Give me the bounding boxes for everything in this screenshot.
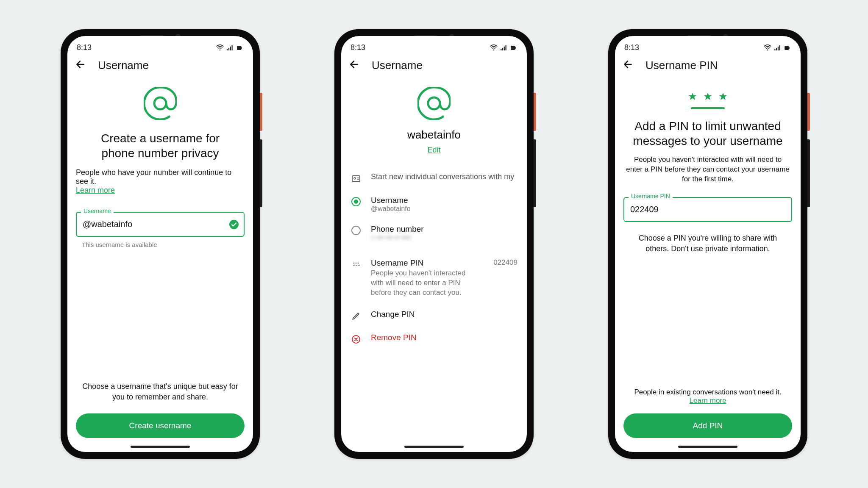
status-icons	[490, 44, 517, 52]
status-bar: 8:13	[67, 36, 253, 53]
app-bar: Username	[67, 53, 253, 78]
learn-more-link[interactable]: Learn more	[690, 396, 726, 405]
screen-add-pin: 8:13 Username PIN Add	[615, 36, 801, 452]
option-username-title: Username	[371, 196, 517, 205]
remove-icon	[351, 333, 362, 344]
wifi-icon	[490, 44, 498, 52]
radio-checked-icon	[351, 197, 361, 206]
change-pin-label: Change PIN	[371, 310, 517, 319]
battery-icon	[509, 44, 517, 52]
pin-description: People you haven't interacted with will …	[371, 269, 484, 298]
back-icon[interactable]	[623, 59, 634, 72]
learn-more-link[interactable]: Learn more	[76, 186, 115, 194]
bottom-note: People in existing conversations won't n…	[623, 388, 792, 396]
page-title: Username	[372, 59, 423, 72]
field-hint: This username is available	[82, 241, 245, 248]
back-icon[interactable]	[349, 59, 360, 72]
nav-handle	[678, 446, 737, 448]
phone-frame-2: 8:13 Username wabetainfo Edit Start new …	[334, 29, 534, 459]
wifi-icon	[763, 44, 772, 52]
username-input[interactable]	[76, 212, 245, 237]
create-username-button[interactable]: Create username	[76, 413, 245, 438]
status-icons	[763, 44, 791, 52]
section-header: Start new individual conversations with …	[371, 172, 517, 181]
status-time: 8:13	[77, 43, 92, 52]
battery-icon	[235, 44, 244, 52]
nav-handle	[131, 446, 190, 448]
status-time: 8:13	[351, 43, 365, 52]
app-bar: Username PIN	[615, 53, 801, 78]
change-pin-row[interactable]: Change PIN	[350, 304, 518, 327]
radio-unchecked-icon	[351, 226, 361, 235]
pin-illustration	[623, 92, 792, 109]
signal-icon	[500, 44, 507, 52]
option-phone-row[interactable]: Phone number + ••• ••• •• ••••	[350, 219, 518, 247]
wifi-icon	[216, 44, 224, 52]
back-icon[interactable]	[75, 59, 86, 72]
field-label: Username PIN	[629, 193, 673, 200]
option-phone-sub: + ••• ••• •• ••••	[371, 234, 517, 241]
status-bar: 8:13	[615, 36, 801, 53]
at-icon	[417, 87, 451, 120]
username-pin-row[interactable]: Username PIN People you haven't interact…	[350, 247, 518, 304]
page-title: Username PIN	[645, 59, 718, 72]
status-bar: 8:13	[341, 36, 527, 53]
screen-username-settings: 8:13 Username wabetainfo Edit Start new …	[341, 36, 527, 452]
pin-icon	[351, 258, 362, 270]
remove-pin-label: Remove PIN	[371, 333, 517, 342]
remove-pin-row[interactable]: Remove PIN	[350, 327, 518, 350]
option-username-sub: @wabetainfo	[371, 205, 517, 213]
add-pin-button[interactable]: Add PIN	[623, 413, 792, 438]
page-title: Username	[98, 59, 149, 72]
pin-value: 022409	[493, 258, 517, 267]
sub-text: People who have your number will continu…	[76, 168, 231, 186]
sub-text: People you haven't interacted with will …	[623, 155, 792, 184]
phone-frame-3: 8:13 Username PIN Add	[608, 29, 807, 459]
phone-frame-1: 8:13 Username Create a username for phon…	[61, 29, 260, 459]
pin-input[interactable]	[623, 197, 792, 222]
bottom-note: Choose a username that's unique but easy…	[76, 381, 245, 413]
heading: Create a username for phone number priva…	[76, 131, 245, 161]
asterisk-icon	[718, 92, 728, 104]
pencil-icon	[351, 310, 362, 321]
check-icon	[229, 220, 239, 229]
option-username-row[interactable]: Username @wabetainfo	[350, 190, 518, 219]
status-time: 8:13	[624, 43, 639, 52]
screen-create-username: 8:13 Username Create a username for phon…	[67, 36, 253, 452]
signal-icon	[226, 44, 234, 52]
battery-icon	[783, 44, 791, 52]
field-label: Username	[81, 208, 114, 214]
contact-card-icon	[351, 172, 362, 184]
edit-link[interactable]: Edit	[427, 146, 440, 155]
app-bar: Username	[341, 53, 527, 78]
nav-handle	[404, 446, 464, 448]
asterisk-icon	[687, 92, 698, 104]
option-phone-title: Phone number	[371, 225, 517, 234]
profile-username: wabetainfo	[350, 128, 518, 141]
at-icon	[144, 87, 177, 120]
status-icons	[216, 44, 244, 52]
pin-title: Username PIN	[371, 258, 484, 268]
heading: Add a PIN to limit unwanted messages to …	[623, 119, 792, 148]
signal-icon	[773, 44, 781, 52]
center-note: Choose a PIN you're willing to share wit…	[623, 222, 792, 254]
asterisk-icon	[703, 92, 713, 104]
section-header-row: Start new individual conversations with …	[350, 166, 518, 190]
